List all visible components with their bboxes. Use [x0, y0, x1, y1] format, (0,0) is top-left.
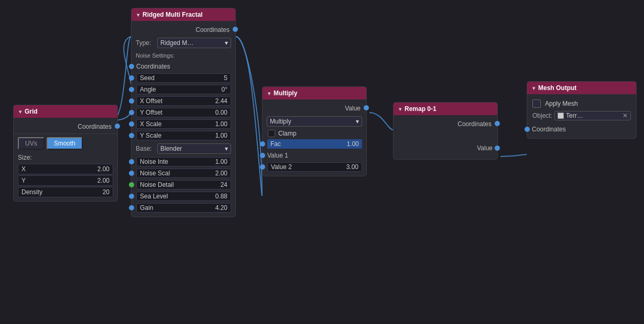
object-remove-button[interactable]: ✕ — [623, 112, 628, 119]
ridged-seed-label: Seed — [140, 74, 155, 82]
ridged-xoffset-field[interactable]: X Offset 2.44 — [136, 96, 231, 106]
ridged-noise-scal-value: 2.00 — [215, 170, 227, 177]
grid-y-field[interactable]: Y 2.00 — [18, 175, 113, 186]
multiply-value1-socket — [260, 153, 265, 158]
ridged-base-label: Base: — [136, 145, 154, 152]
ridged-yoffset-field[interactable]: Y Offset 0.00 — [136, 108, 231, 117]
grid-x-row: X 2.00 — [14, 163, 117, 175]
ridged-seed-field[interactable]: Seed 5 — [136, 73, 231, 83]
ridged-yscale-row: Y Scale 1.00 — [132, 130, 235, 141]
ridged-base-select[interactable]: Blender ▾ — [157, 143, 231, 154]
ridged-gain-field[interactable]: Gain 4.20 — [136, 203, 231, 213]
ridged-sea-level-row: Sea Level 0.88 — [132, 191, 235, 202]
ridged-noise-scal-field[interactable]: Noise Scal 2.00 — [136, 169, 231, 178]
ridged-yoffset-label: Y Offset — [140, 109, 162, 116]
grid-chevron-icon[interactable]: ▾ — [19, 109, 21, 115]
multiply-fac-label: Fac — [270, 140, 281, 148]
grid-coordinates-socket — [115, 124, 120, 129]
grid-density-row: Density 20 — [14, 186, 117, 198]
ridged-node-header: ▾ Ridged Multi Fractal — [132, 8, 235, 21]
ridged-seed-socket — [129, 75, 134, 81]
ridged-noise-scal-label: Noise Scal — [140, 170, 170, 177]
ridged-yscale-value: 1.00 — [215, 132, 227, 139]
ridged-noise-detail-value: 24 — [221, 181, 227, 188]
mesh-output-title: Mesh Output — [538, 84, 576, 92]
multiply-value-out-row: Value — [263, 103, 366, 114]
ridged-type-select[interactable]: Ridged M… ▾ — [157, 38, 231, 48]
ridged-xoffset-socket — [129, 98, 134, 104]
uvs-button[interactable]: UVs — [18, 137, 45, 150]
ridged-base-value: Blender — [160, 145, 182, 152]
ridged-xoffset-row: X Offset 2.44 — [132, 95, 235, 107]
multiply-type-value: Multiply — [270, 118, 291, 125]
grid-x-value: 2.00 — [97, 165, 110, 173]
object-label: Object: — [532, 112, 552, 119]
apply-mesh-row: Apply Mesh — [527, 97, 636, 110]
ridged-yoffset-row: Y Offset 0.00 — [132, 107, 235, 118]
grid-x-label: X — [21, 165, 26, 173]
ridged-xscale-field[interactable]: X Scale 1.00 — [136, 119, 231, 129]
ridged-title: Ridged Multi Fractal — [143, 11, 203, 18]
multiply-value2-row: Value 2 3.00 — [263, 161, 366, 173]
multiply-type-select[interactable]: Multiply ▾ — [267, 116, 362, 127]
remap-coord-out-socket — [495, 121, 500, 126]
ridged-chevron-icon[interactable]: ▾ — [137, 12, 139, 18]
grid-x-field[interactable]: X 2.00 — [18, 164, 113, 174]
ridged-noise-detail-field[interactable]: Noise Detail 24 — [136, 180, 231, 189]
ridged-coord-out-label: Coordinates — [136, 26, 230, 33]
multiply-node-body: Value Multiply ▾ Clamp — [263, 99, 366, 176]
multiply-value2-field[interactable]: Value 2 3.00 — [267, 162, 362, 172]
object-value: Terr… — [566, 112, 583, 119]
object-icon — [558, 113, 564, 119]
mesh-output-header: ▾ Mesh Output — [527, 82, 636, 94]
ridged-node: ▾ Ridged Multi Fractal Coordinates Type:… — [131, 8, 236, 217]
ridged-gain-label: Gain — [140, 204, 153, 211]
ridged-type-value: Ridged M… — [160, 39, 193, 47]
ridged-angle-label: Angle — [140, 86, 156, 93]
ridged-noise-inte-field[interactable]: Noise Inte 1.00 — [136, 157, 231, 166]
ridged-coord-in-socket — [129, 64, 134, 69]
ridged-noise-inte-label: Noise Inte — [140, 158, 168, 165]
grid-density-field[interactable]: Density 20 — [18, 187, 113, 197]
multiply-value2-label: Value 2 — [271, 163, 292, 171]
ridged-angle-socket — [129, 87, 134, 92]
ridged-seed-value: 5 — [224, 74, 227, 82]
grid-y-row: Y 2.00 — [14, 175, 117, 186]
multiply-value-out-socket — [364, 105, 369, 110]
multiply-value1-row: Value 1 — [263, 150, 366, 161]
ridged-angle-row: Angle 0° — [132, 84, 235, 95]
multiply-value-out-label: Value — [267, 105, 361, 112]
remap-chevron-icon[interactable]: ▾ — [399, 106, 401, 112]
grid-node-body: Coordinates UVs Smooth Size: X 2.00 — [14, 118, 117, 201]
grid-size-label: Size: — [18, 154, 113, 161]
ridged-angle-field[interactable]: Angle 0° — [136, 85, 231, 94]
ridged-noise-settings-label: Noise Settings: — [132, 50, 235, 61]
grid-coordinates-row: Coordinates — [14, 121, 117, 132]
ridged-xscale-label: X Scale — [140, 120, 161, 128]
multiply-clamp-label: Clamp — [278, 130, 297, 137]
remap-node-header: ▾ Remap 0-1 — [394, 103, 497, 115]
apply-mesh-checkbox[interactable] — [532, 99, 541, 108]
node-editor: ▾ Grid Coordinates UVs Smooth Size: — [0, 0, 644, 324]
ridged-coord-in-label: Coordinates — [136, 63, 170, 70]
multiply-fac-value: 1.00 — [347, 140, 359, 148]
ridged-sea-level-field[interactable]: Sea Level 0.88 — [136, 192, 231, 201]
object-field[interactable]: Terr… ✕ — [554, 111, 631, 120]
ridged-noise-scal-socket — [129, 171, 134, 176]
ridged-yscale-field[interactable]: Y Scale 1.00 — [136, 131, 231, 140]
multiply-fac-field[interactable]: Fac 1.00 — [267, 139, 362, 149]
mesh-output-node: ▾ Mesh Output Apply Mesh Object: Terr… ✕ — [527, 81, 637, 139]
remap-node-body: Coordinates Value — [394, 115, 497, 159]
mesh-output-chevron-icon[interactable]: ▾ — [532, 85, 535, 91]
ridged-sea-level-label: Sea Level — [140, 193, 168, 200]
multiply-node-header: ▾ Multiply — [263, 87, 366, 99]
multiply-chevron-icon[interactable]: ▾ — [268, 91, 270, 96]
grid-title: Grid — [25, 108, 38, 115]
multiply-clamp-checkbox[interactable] — [268, 130, 275, 137]
ridged-gain-value: 4.20 — [215, 204, 227, 211]
grid-node-header: ▾ Grid — [14, 105, 117, 118]
ridged-xscale-value: 1.00 — [215, 120, 227, 128]
smooth-button[interactable]: Smooth — [47, 137, 83, 150]
ridged-yscale-label: Y Scale — [140, 132, 161, 139]
remap-value-socket — [495, 146, 500, 151]
